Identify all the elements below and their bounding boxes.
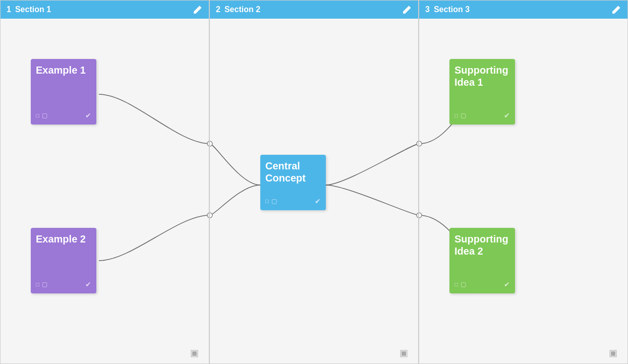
note-example2-icons: □ ▢ ✔: [36, 280, 91, 288]
section-3-expand-icon[interactable]: ▣: [609, 347, 617, 358]
svg-point-0: [207, 141, 209, 146]
section-2-number: 2: [216, 5, 220, 14]
section-1-number: 1: [7, 5, 11, 14]
section-1: 1 Section 1 Example 1 □ ▢: [0, 0, 209, 364]
note-example2-text: Example 2: [36, 233, 91, 277]
section-2-title: Section 2: [224, 5, 398, 14]
comment-icon-2: □: [36, 281, 39, 288]
note-central-concept[interactable]: Central Concept □ ▢ ✔: [260, 155, 326, 210]
section-1-edit-icon[interactable]: [193, 5, 203, 15]
section-3-body: Supporting Idea 1 □ ▢ ✔ Supporting Idea …: [419, 19, 627, 363]
svg-point-1: [207, 213, 209, 218]
image-icon-s2: ▢: [461, 281, 466, 288]
note-central-icons: □ ▢ ✔: [265, 197, 321, 205]
note-example2[interactable]: Example 2 □ ▢ ✔: [31, 228, 96, 293]
section-3-number: 3: [425, 5, 430, 14]
check-icon: ✔: [85, 111, 91, 119]
section-1-body: Example 1 □ ▢ ✔ Example 2 □ ▢ ✔ ▣: [1, 19, 209, 363]
section-2-body: Central Concept □ ▢ ✔ ▣: [210, 19, 418, 363]
sections-container: 1 Section 1 Example 1 □ ▢: [0, 0, 628, 364]
note-supporting1-text: Supporting Idea 1: [454, 64, 510, 108]
check-icon-central: ✔: [315, 197, 321, 205]
section-3: 3 Section 3 Supporting Idea 1 □: [419, 0, 628, 364]
svg-point-2: [210, 141, 212, 146]
note-example1-icons: □ ▢ ✔: [36, 111, 91, 119]
section-3-edit-icon[interactable]: [611, 5, 621, 15]
image-icon-2: ▢: [42, 281, 47, 288]
note-supporting1[interactable]: Supporting Idea 1 □ ▢ ✔: [449, 59, 515, 125]
note-supporting1-icons: □ ▢ ✔: [454, 111, 510, 119]
comment-icon: □: [36, 112, 39, 119]
section-2-edit-icon[interactable]: [402, 5, 412, 15]
svg-point-7: [419, 213, 422, 218]
note-supporting2-text: Supporting Idea 2: [454, 233, 510, 277]
svg-point-3: [210, 213, 212, 218]
svg-point-6: [419, 141, 422, 146]
section-3-title: Section 3: [434, 5, 607, 14]
check-icon-s2: ✔: [504, 280, 510, 288]
section-2-expand-icon[interactable]: ▣: [399, 347, 408, 358]
comment-icon-s2: □: [454, 281, 458, 288]
image-icon-central: ▢: [271, 198, 277, 205]
check-icon-2: ✔: [85, 280, 91, 288]
section-1-header: 1 Section 1: [1, 1, 209, 19]
comment-icon-s1: □: [454, 112, 458, 119]
section-2: 2 Section 2 Centra: [209, 0, 419, 364]
section-1-expand-icon[interactable]: ▣: [190, 347, 199, 358]
note-supporting2-icons: □ ▢ ✔: [454, 280, 510, 288]
note-supporting2[interactable]: Supporting Idea 2 □ ▢ ✔: [449, 228, 515, 293]
note-example1[interactable]: Example 1 □ ▢ ✔: [31, 59, 96, 125]
section-1-title: Section 1: [15, 5, 189, 14]
image-icon: ▢: [42, 112, 47, 119]
image-icon-s1: ▢: [461, 112, 466, 119]
check-icon-s1: ✔: [504, 111, 510, 119]
svg-point-5: [417, 213, 418, 218]
svg-point-4: [417, 141, 418, 146]
note-example1-text: Example 1: [36, 64, 91, 108]
note-central-text: Central Concept: [265, 160, 321, 194]
section-2-header: 2 Section 2: [210, 1, 418, 19]
comment-icon-central: □: [265, 198, 269, 205]
section-3-header: 3 Section 3: [419, 1, 627, 19]
